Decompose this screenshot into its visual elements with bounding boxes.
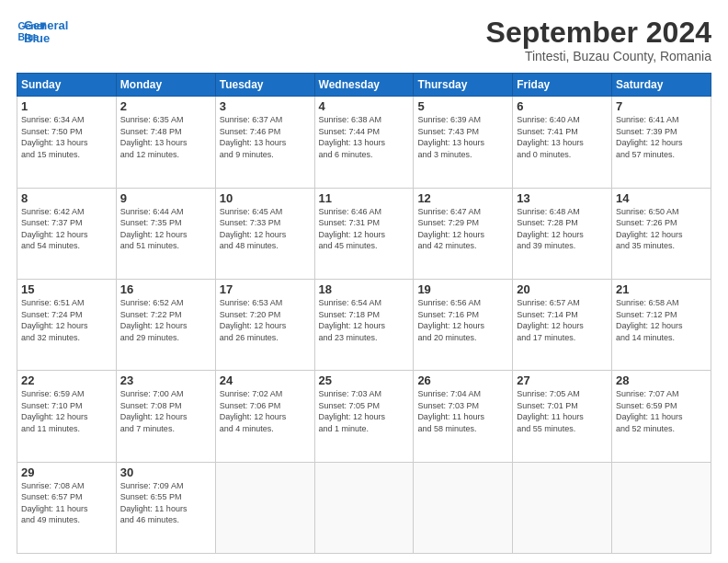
day-info: Sunrise: 6:58 AM Sunset: 7:12 PM Dayligh… <box>616 297 707 343</box>
day-cell <box>414 462 513 553</box>
day-number: 17 <box>220 282 311 296</box>
day-cell: 19Sunrise: 6:56 AM Sunset: 7:16 PM Dayli… <box>414 279 513 370</box>
day-info: Sunrise: 6:57 AM Sunset: 7:14 PM Dayligh… <box>517 297 608 343</box>
day-info: Sunrise: 6:52 AM Sunset: 7:22 PM Dayligh… <box>120 297 211 343</box>
day-cell: 23Sunrise: 7:00 AM Sunset: 7:08 PM Dayli… <box>116 371 215 462</box>
day-cell: 30Sunrise: 7:09 AM Sunset: 6:55 PM Dayli… <box>116 462 215 553</box>
day-number: 10 <box>220 191 311 205</box>
day-cell: 15Sunrise: 6:51 AM Sunset: 7:24 PM Dayli… <box>17 279 117 370</box>
col-header-monday: Monday <box>116 74 215 97</box>
col-header-saturday: Saturday <box>612 74 711 97</box>
day-info: Sunrise: 6:37 AM Sunset: 7:46 PM Dayligh… <box>220 114 311 160</box>
day-info: Sunrise: 6:53 AM Sunset: 7:20 PM Dayligh… <box>220 297 311 343</box>
day-number: 7 <box>616 99 707 113</box>
title-block: September 2024 Tintesti, Buzau County, R… <box>486 17 711 63</box>
day-info: Sunrise: 7:09 AM Sunset: 6:55 PM Dayligh… <box>120 480 211 526</box>
col-header-friday: Friday <box>513 74 612 97</box>
header: General Blue General Blue September 2024… <box>17 17 711 63</box>
day-info: Sunrise: 6:48 AM Sunset: 7:28 PM Dayligh… <box>517 206 608 252</box>
day-number: 18 <box>319 282 410 296</box>
day-number: 28 <box>616 373 707 387</box>
day-number: 25 <box>319 373 410 387</box>
day-info: Sunrise: 7:07 AM Sunset: 6:59 PM Dayligh… <box>616 388 707 434</box>
week-row-3: 15Sunrise: 6:51 AM Sunset: 7:24 PM Dayli… <box>17 279 711 370</box>
day-number: 13 <box>517 191 608 205</box>
day-info: Sunrise: 6:40 AM Sunset: 7:41 PM Dayligh… <box>517 114 608 160</box>
logo-line2: Blue <box>24 32 68 45</box>
day-cell: 8Sunrise: 6:42 AM Sunset: 7:37 PM Daylig… <box>17 188 117 279</box>
day-cell: 25Sunrise: 7:03 AM Sunset: 7:05 PM Dayli… <box>314 371 414 462</box>
day-cell: 26Sunrise: 7:04 AM Sunset: 7:03 PM Dayli… <box>414 371 513 462</box>
day-info: Sunrise: 6:54 AM Sunset: 7:18 PM Dayligh… <box>319 297 410 343</box>
day-cell: 22Sunrise: 6:59 AM Sunset: 7:10 PM Dayli… <box>17 371 117 462</box>
day-cell: 17Sunrise: 6:53 AM Sunset: 7:20 PM Dayli… <box>215 279 314 370</box>
day-info: Sunrise: 6:34 AM Sunset: 7:50 PM Dayligh… <box>21 114 112 160</box>
day-info: Sunrise: 7:00 AM Sunset: 7:08 PM Dayligh… <box>120 388 211 434</box>
day-number: 1 <box>21 99 112 113</box>
col-header-tuesday: Tuesday <box>215 74 314 97</box>
day-cell: 18Sunrise: 6:54 AM Sunset: 7:18 PM Dayli… <box>314 279 414 370</box>
day-cell: 2Sunrise: 6:35 AM Sunset: 7:48 PM Daylig… <box>116 97 215 188</box>
day-info: Sunrise: 6:35 AM Sunset: 7:48 PM Dayligh… <box>120 114 211 160</box>
week-row-5: 29Sunrise: 7:08 AM Sunset: 6:57 PM Dayli… <box>17 462 711 553</box>
day-cell: 7Sunrise: 6:41 AM Sunset: 7:39 PM Daylig… <box>612 97 711 188</box>
day-info: Sunrise: 7:02 AM Sunset: 7:06 PM Dayligh… <box>220 388 311 434</box>
day-cell: 20Sunrise: 6:57 AM Sunset: 7:14 PM Dayli… <box>513 279 612 370</box>
day-info: Sunrise: 7:03 AM Sunset: 7:05 PM Dayligh… <box>319 388 410 434</box>
day-cell <box>513 462 612 553</box>
page: General Blue General Blue September 2024… <box>0 0 728 563</box>
week-row-1: 1Sunrise: 6:34 AM Sunset: 7:50 PM Daylig… <box>17 97 711 188</box>
day-number: 6 <box>517 99 608 113</box>
day-cell: 27Sunrise: 7:05 AM Sunset: 7:01 PM Dayli… <box>513 371 612 462</box>
calendar: SundayMondayTuesdayWednesdayThursdayFrid… <box>17 73 711 554</box>
day-cell: 14Sunrise: 6:50 AM Sunset: 7:26 PM Dayli… <box>612 188 711 279</box>
day-cell: 16Sunrise: 6:52 AM Sunset: 7:22 PM Dayli… <box>116 279 215 370</box>
col-header-wednesday: Wednesday <box>314 74 414 97</box>
week-row-4: 22Sunrise: 6:59 AM Sunset: 7:10 PM Dayli… <box>17 371 711 462</box>
header-row: SundayMondayTuesdayWednesdayThursdayFrid… <box>17 74 711 97</box>
day-cell <box>314 462 414 553</box>
day-cell <box>612 462 711 553</box>
day-info: Sunrise: 6:59 AM Sunset: 7:10 PM Dayligh… <box>21 388 112 434</box>
day-cell: 10Sunrise: 6:45 AM Sunset: 7:33 PM Dayli… <box>215 188 314 279</box>
col-header-thursday: Thursday <box>414 74 513 97</box>
day-cell: 6Sunrise: 6:40 AM Sunset: 7:41 PM Daylig… <box>513 97 612 188</box>
day-info: Sunrise: 7:05 AM Sunset: 7:01 PM Dayligh… <box>517 388 608 434</box>
day-info: Sunrise: 6:38 AM Sunset: 7:44 PM Dayligh… <box>319 114 410 160</box>
day-info: Sunrise: 6:51 AM Sunset: 7:24 PM Dayligh… <box>21 297 112 343</box>
day-number: 29 <box>21 465 112 479</box>
day-cell: 5Sunrise: 6:39 AM Sunset: 7:43 PM Daylig… <box>414 97 513 188</box>
main-title: September 2024 <box>486 17 711 49</box>
day-cell: 11Sunrise: 6:46 AM Sunset: 7:31 PM Dayli… <box>314 188 414 279</box>
day-number: 12 <box>417 191 508 205</box>
day-cell: 24Sunrise: 7:02 AM Sunset: 7:06 PM Dayli… <box>215 371 314 462</box>
day-number: 2 <box>120 99 211 113</box>
day-cell: 12Sunrise: 6:47 AM Sunset: 7:29 PM Dayli… <box>414 188 513 279</box>
day-info: Sunrise: 6:39 AM Sunset: 7:43 PM Dayligh… <box>417 114 508 160</box>
logo-line1: General <box>24 19 68 32</box>
day-cell: 1Sunrise: 6:34 AM Sunset: 7:50 PM Daylig… <box>17 97 117 188</box>
col-header-sunday: Sunday <box>17 74 117 97</box>
day-number: 9 <box>120 191 211 205</box>
day-cell: 13Sunrise: 6:48 AM Sunset: 7:28 PM Dayli… <box>513 188 612 279</box>
day-info: Sunrise: 7:04 AM Sunset: 7:03 PM Dayligh… <box>417 388 508 434</box>
day-cell <box>215 462 314 553</box>
day-info: Sunrise: 6:56 AM Sunset: 7:16 PM Dayligh… <box>417 297 508 343</box>
day-info: Sunrise: 6:47 AM Sunset: 7:29 PM Dayligh… <box>417 206 508 252</box>
day-number: 22 <box>21 373 112 387</box>
day-number: 26 <box>417 373 508 387</box>
day-cell: 29Sunrise: 7:08 AM Sunset: 6:57 PM Dayli… <box>17 462 117 553</box>
day-number: 21 <box>616 282 707 296</box>
day-info: Sunrise: 6:45 AM Sunset: 7:33 PM Dayligh… <box>220 206 311 252</box>
logo: General Blue General Blue <box>17 17 68 46</box>
day-number: 5 <box>417 99 508 113</box>
day-info: Sunrise: 6:44 AM Sunset: 7:35 PM Dayligh… <box>120 206 211 252</box>
day-cell: 9Sunrise: 6:44 AM Sunset: 7:35 PM Daylig… <box>116 188 215 279</box>
week-row-2: 8Sunrise: 6:42 AM Sunset: 7:37 PM Daylig… <box>17 188 711 279</box>
day-number: 23 <box>120 373 211 387</box>
day-info: Sunrise: 7:08 AM Sunset: 6:57 PM Dayligh… <box>21 480 112 526</box>
day-info: Sunrise: 6:42 AM Sunset: 7:37 PM Dayligh… <box>21 206 112 252</box>
subtitle: Tintesti, Buzau County, Romania <box>486 49 711 63</box>
day-info: Sunrise: 6:50 AM Sunset: 7:26 PM Dayligh… <box>616 206 707 252</box>
day-number: 4 <box>319 99 410 113</box>
